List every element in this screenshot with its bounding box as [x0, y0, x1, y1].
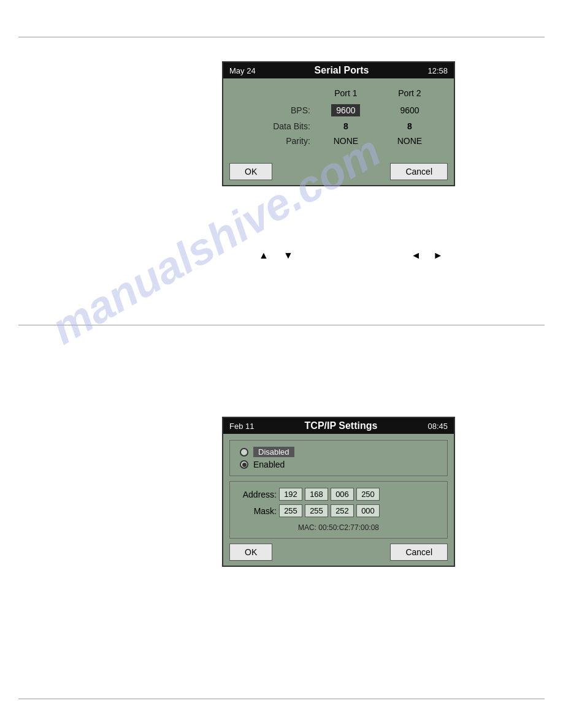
addr-octet1[interactable]: 192 [279, 488, 302, 501]
parity-row: Parity: NONE NONE [236, 134, 442, 148]
col2-header: Port 2 [378, 88, 442, 102]
mask-row: Mask: 255 255 252 000 [240, 504, 437, 517]
arrow-left-button[interactable]: ◄ [411, 250, 421, 261]
serial-ok-button[interactable]: OK [229, 163, 272, 180]
mask-octet3[interactable]: 252 [331, 504, 354, 517]
serial-dialog-date: May 24 [229, 66, 256, 75]
addr-octet4[interactable]: 250 [356, 488, 380, 501]
bps-port1[interactable]: 9600 [314, 102, 378, 119]
arrow-up-button[interactable]: ▲ [259, 250, 269, 261]
serial-dialog-time: 12:58 [427, 66, 448, 75]
data-bits-row: Data Bits: 8 8 [236, 119, 442, 134]
mask-octet1[interactable]: 255 [279, 504, 302, 517]
enabled-label: Enabled [253, 460, 285, 469]
serial-ports-dialog: May 24 Serial Ports 12:58 Port 1 Port 2 … [222, 61, 455, 186]
middle-rule [18, 325, 545, 325]
parity-port1[interactable]: NONE [314, 134, 378, 148]
address-row: Address: 192 168 006 250 [240, 488, 437, 501]
mask-label: Mask: [240, 506, 277, 516]
tcpip-dialog-date: Feb 11 [229, 422, 254, 431]
arrow-down-button[interactable]: ▼ [283, 250, 293, 261]
disabled-row[interactable]: Disabled [240, 446, 437, 458]
arrow-right-button[interactable]: ► [433, 250, 443, 261]
enabled-row[interactable]: Enabled [240, 458, 437, 471]
tcpip-dialog-title: TCP/IP Settings [254, 420, 427, 431]
addr-octet2[interactable]: 168 [305, 488, 328, 501]
data-bits-port1[interactable]: 8 [314, 119, 378, 134]
tcpip-cancel-button[interactable]: Cancel [390, 544, 448, 561]
serial-dialog-titlebar: May 24 Serial Ports 12:58 [223, 63, 454, 78]
bottom-rule [18, 699, 545, 699]
radio-section: Disabled Enabled [229, 440, 448, 476]
tcpip-dialog-footer: OK Cancel [223, 539, 454, 566]
bps-label: BPS: [236, 102, 314, 119]
mask-octet4[interactable]: 000 [356, 504, 380, 517]
serial-nav-arrows: ▲ ▼ ◄ ► [222, 250, 455, 268]
enabled-radio[interactable] [240, 460, 248, 469]
bps-port2[interactable]: 9600 [378, 102, 442, 119]
data-bits-port2[interactable]: 8 [378, 119, 442, 134]
tcpip-dialog-titlebar: Feb 11 TCP/IP Settings 08:45 [223, 418, 454, 434]
address-section: Address: 192 168 006 250 Mask: 255 255 2… [229, 481, 448, 539]
serial-dialog-title: Serial Ports [256, 65, 428, 76]
serial-dialog-body: Port 1 Port 2 BPS: 9600 9600 Data Bits: … [223, 78, 454, 158]
serial-ports-table: Port 1 Port 2 BPS: 9600 9600 Data Bits: … [236, 88, 442, 148]
parity-port2[interactable]: NONE [378, 134, 442, 148]
mask-octet2[interactable]: 255 [305, 504, 328, 517]
bps-row: BPS: 9600 9600 [236, 102, 442, 119]
serial-dialog-footer: OK Cancel [223, 158, 454, 185]
top-rule [18, 37, 545, 37]
tcpip-dialog-time: 08:45 [427, 422, 448, 431]
tcpip-ok-button[interactable]: OK [229, 544, 272, 561]
serial-cancel-button[interactable]: Cancel [390, 163, 448, 180]
disabled-radio[interactable] [240, 448, 248, 457]
data-bits-label: Data Bits: [236, 119, 314, 134]
disabled-label: Disabled [253, 447, 294, 457]
mac-address: MAC: 00:50:C2:77:00:08 [240, 523, 437, 532]
col1-header: Port 1 [314, 88, 378, 102]
tcpip-dialog: Feb 11 TCP/IP Settings 08:45 Disabled En… [222, 417, 455, 567]
address-label: Address: [240, 490, 277, 499]
parity-label: Parity: [236, 134, 314, 148]
addr-octet3[interactable]: 006 [331, 488, 354, 501]
